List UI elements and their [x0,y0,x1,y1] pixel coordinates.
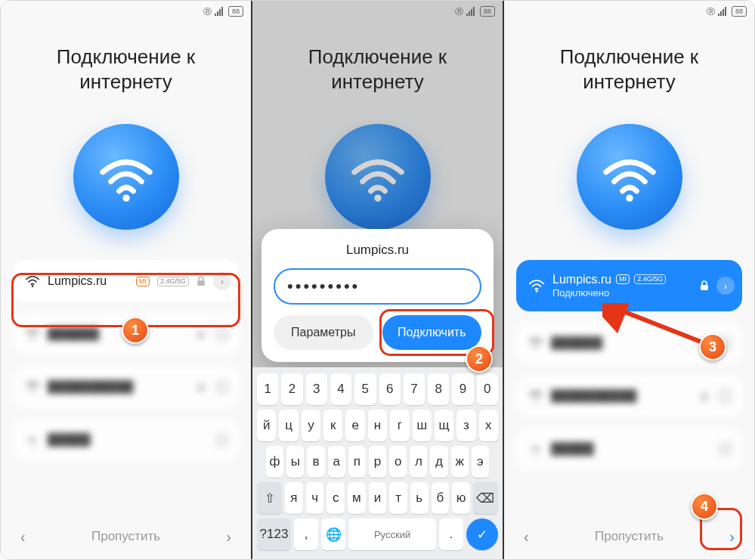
wifi-item-lumpics[interactable]: Lumpics.ru MI 2.4G/5G › [13,260,239,302]
svg-rect-15 [701,395,708,401]
band-badge: 2.4G/5G [157,277,189,286]
svg-point-12 [535,347,537,349]
battery-icon: 88 [480,6,495,17]
key[interactable]: н [368,410,387,441]
key[interactable]: е [345,410,364,441]
prev-button[interactable]: ‹ [524,528,529,546]
key[interactable]: й [257,410,276,441]
key[interactable]: ⇧ [257,482,282,514]
connect-button[interactable]: Подключить [382,315,482,350]
svg-rect-11 [701,285,708,290]
wifi-item-other[interactable]: ██████████ › [516,375,742,417]
key[interactable]: ⌫ [473,482,498,514]
badge-4: 4 [691,493,718,520]
battery-icon: 88 [228,6,243,17]
svg-point-3 [32,338,34,340]
key[interactable]: с [326,482,345,514]
key[interactable]: 5 [354,373,376,405]
key[interactable]: л [410,446,427,478]
key[interactable]: 1 [257,373,278,405]
chevron-right-icon[interactable]: › [716,277,735,295]
key[interactable]: . [439,518,463,550]
key[interactable]: а [328,446,345,478]
key[interactable]: 7 [404,373,425,405]
key[interactable]: Русский [348,518,436,550]
key[interactable]: к [323,410,342,441]
svg-point-1 [32,285,34,287]
key[interactable]: ф [266,446,283,478]
key[interactable]: ш [413,410,432,441]
key[interactable]: 0 [477,373,498,405]
key[interactable]: п [348,446,366,478]
password-dialog: Lumpics.ru 👁 Параметры Подключить [261,229,494,362]
key[interactable]: ч [306,482,324,514]
wifi-list: Lumpics.ru MI 2.4G/5G › ██████ › ███████… [1,260,251,472]
svg-point-5 [32,391,34,393]
svg-point-7 [32,444,34,446]
password-input[interactable] [286,276,497,297]
svg-rect-2 [197,280,205,286]
key[interactable]: у [302,410,320,441]
key[interactable]: 8 [428,373,449,405]
next-button[interactable]: › [729,528,735,546]
key[interactable]: ь [410,482,429,514]
key[interactable]: щ [435,410,453,441]
wifi-item-lumpics-connected[interactable]: Lumpics.ru MI 2.4G/5G Подключено › [516,260,742,311]
skip-button[interactable]: Пропустить [91,529,160,544]
mi-badge: MI [136,277,150,286]
key[interactable]: г [390,410,409,441]
wifi-ssid: Lumpics.ru [48,274,128,288]
key[interactable]: х [479,410,498,441]
key[interactable]: ц [279,410,298,441]
skip-button[interactable]: Пропустить [595,529,664,544]
key[interactable]: 4 [330,373,351,405]
key[interactable]: м [348,482,366,514]
svg-point-8 [374,194,381,201]
key[interactable]: в [307,446,324,478]
on-screen-keyboard[interactable]: 1234567890 йцукенгшщзх фывапролджэ ⇧ячсм… [252,367,503,559]
params-button[interactable]: Параметры [274,315,373,350]
key[interactable]: ы [286,446,304,478]
key[interactable]: 2 [281,373,302,405]
status-bar: Ⓡ 88 [1,1,251,22]
svg-rect-4 [197,333,205,339]
key[interactable]: о [389,446,407,478]
key[interactable]: ✓ [466,518,498,550]
key[interactable]: , [294,518,318,550]
key[interactable]: т [389,482,407,514]
key[interactable]: ю [452,482,470,514]
screen-password-dialog: Ⓡ 88 Подключение к интернету Lumpics.ru … [252,1,504,559]
connection-status: Подключено [552,287,692,299]
key[interactable]: 3 [306,373,327,405]
key[interactable]: б [432,482,450,514]
bottom-nav: ‹ Пропустить › [1,514,251,559]
wifi-hero-icon [577,124,682,230]
page-title: Подключение к интернету [268,45,487,94]
key[interactable]: 🌐 [321,518,345,550]
key[interactable]: ?123 [257,518,291,550]
wifi-item-other[interactable]: █████ › [13,419,239,461]
password-field-wrap[interactable]: 👁 [274,268,481,305]
page-title: Подключение к интернету [16,45,236,94]
lock-icon [700,280,709,291]
prev-button[interactable]: ‹ [20,528,26,546]
key[interactable]: я [285,482,303,514]
badge-1: 1 [122,317,149,344]
wifi-hero-icon [325,124,431,230]
wifi-icon [528,279,545,292]
wifi-item-other[interactable]: █████ › [516,428,742,470]
key[interactable]: и [369,482,387,514]
badge-2: 2 [466,345,493,373]
key[interactable]: р [369,446,386,478]
wifi-item-other[interactable]: ██████████ › [13,366,239,408]
key[interactable]: д [430,446,447,478]
key[interactable]: 9 [452,373,473,405]
chevron-right-icon[interactable]: › [213,272,231,290]
key[interactable]: э [472,446,489,478]
next-button[interactable]: › [226,528,231,546]
band-badge: 2.4G/5G [634,274,666,284]
key[interactable]: ж [451,446,469,478]
key[interactable]: з [456,410,475,441]
svg-point-9 [626,194,633,201]
key[interactable]: 6 [379,373,401,405]
